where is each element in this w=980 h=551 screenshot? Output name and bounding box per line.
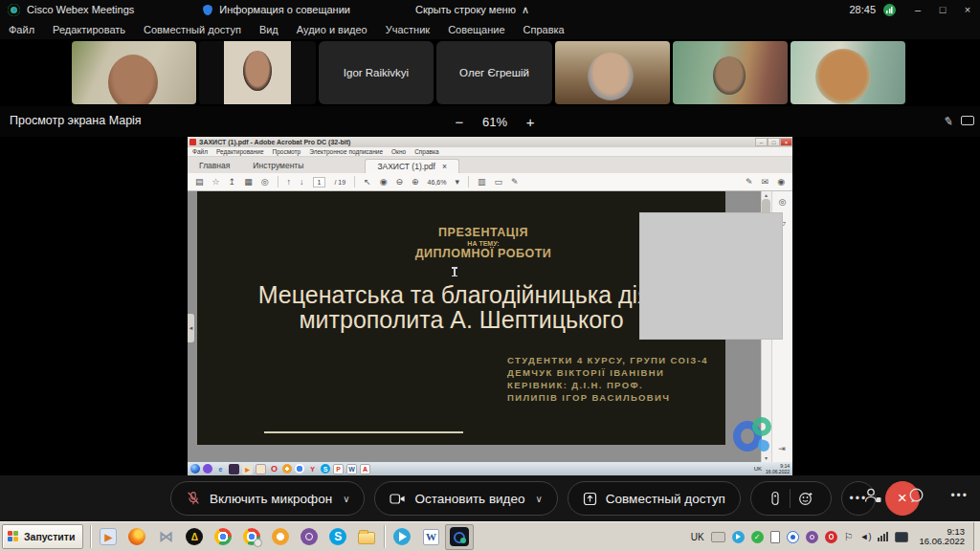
zoom-out-icon[interactable]: ⊖: [396, 177, 404, 187]
page-number-input[interactable]: 1: [313, 177, 326, 187]
taskbar-clock[interactable]: 9:13 16.06.2022: [919, 527, 965, 547]
keyboard-icon[interactable]: [711, 532, 725, 542]
acrobat-menu-esign[interactable]: Электронное подписание: [309, 148, 383, 155]
menu-help[interactable]: Справка: [523, 24, 565, 35]
tray-clipboard-icon[interactable]: [770, 531, 780, 543]
webex-taskbar-icon[interactable]: [445, 524, 474, 550]
menu-audio-video[interactable]: Аудио и видео: [297, 24, 368, 35]
signature-icon[interactable]: ✎: [746, 177, 753, 187]
menu-participant[interactable]: Участник: [386, 24, 430, 35]
acrobat-menu-window[interactable]: Окно: [391, 148, 406, 155]
marquee-zoom-icon[interactable]: ◎: [779, 197, 787, 207]
inner-clock[interactable]: 9:14 16.06.2022: [766, 463, 790, 474]
inner-skype-icon[interactable]: S: [321, 464, 330, 474]
firefox-icon[interactable]: [122, 524, 151, 550]
zoom-value[interactable]: 46,6%: [428, 179, 447, 186]
inner-opera-icon[interactable]: O: [269, 464, 279, 474]
telegram-icon[interactable]: [388, 524, 416, 550]
volume-icon[interactable]: ◄): [860, 532, 872, 541]
acrobat-minimize-button[interactable]: –: [755, 138, 768, 146]
word-icon[interactable]: W: [416, 524, 445, 550]
inner-language-indicator[interactable]: UK: [754, 466, 762, 472]
show-desktop-button[interactable]: [973, 522, 980, 551]
tab-home[interactable]: Главная: [188, 158, 241, 173]
participant-video-2[interactable]: [199, 41, 316, 104]
tray-display-icon[interactable]: [895, 532, 908, 542]
save-icon[interactable]: ▤: [195, 177, 204, 187]
acrobat-menu-view[interactable]: Просмотр: [273, 148, 301, 155]
tab-document[interactable]: ЗАХИСТ (1).pdf ×: [365, 159, 459, 173]
start-button[interactable]: Запустити: [2, 524, 83, 549]
inner-ie-icon[interactable]: e: [215, 464, 226, 474]
minimize-button[interactable]: –: [905, 0, 930, 19]
network-icon[interactable]: [878, 532, 888, 541]
connection-quality-icon[interactable]: [883, 4, 896, 16]
annotate-icon[interactable]: ✎: [943, 114, 954, 129]
hide-menu-toggle[interactable]: Скрыть строку меню ∧: [415, 4, 529, 16]
aimp-icon[interactable]: Δ: [180, 524, 209, 550]
tab-close-icon[interactable]: ×: [442, 162, 447, 171]
inner-word-icon[interactable]: W: [346, 464, 357, 474]
menu-share[interactable]: Совместный доступ: [144, 24, 241, 35]
acrobat-menu-file[interactable]: Файл: [192, 148, 208, 155]
inner-powerpoint-icon[interactable]: P: [333, 464, 344, 474]
acrobat-maximize-button[interactable]: □: [768, 138, 780, 146]
tray-eye-icon[interactable]: [787, 531, 799, 543]
stop-video-button[interactable]: Остановить видео ∨: [374, 481, 557, 516]
participant-video-1[interactable]: [72, 41, 196, 104]
acrobat-menu-edit[interactable]: Редактирование: [216, 148, 264, 155]
reactions-button[interactable]: [791, 491, 821, 506]
file-explorer-icon[interactable]: [352, 524, 381, 550]
media-player-icon[interactable]: ▶: [94, 524, 122, 550]
action-center-flag-icon[interactable]: ⚐: [844, 531, 854, 543]
nav-pane-toggle[interactable]: ◂: [188, 314, 194, 342]
participants-icon[interactable]: [863, 487, 882, 504]
chat-icon[interactable]: [907, 487, 925, 504]
search-icon[interactable]: ◎: [261, 177, 269, 187]
page-up-icon[interactable]: ↑: [287, 177, 292, 187]
print-icon[interactable]: ▦: [244, 177, 253, 187]
inner-chrome-icon[interactable]: [295, 464, 304, 474]
page-down-icon[interactable]: ↓: [300, 177, 304, 187]
record-button[interactable]: [761, 491, 790, 506]
tray-opera-icon[interactable]: [825, 531, 837, 543]
tray-telegram-icon[interactable]: [732, 531, 745, 543]
display-icon[interactable]: [961, 116, 974, 125]
upload-icon[interactable]: ↥: [229, 177, 236, 187]
jdownloader-icon[interactable]: [266, 524, 295, 550]
meeting-info-link[interactable]: Информация о совещании: [219, 4, 350, 15]
inner-app-icon[interactable]: [282, 464, 292, 474]
tray-viber-icon[interactable]: [806, 531, 818, 543]
menu-view[interactable]: Вид: [259, 24, 278, 35]
select-tool-icon[interactable]: ↖: [364, 177, 371, 187]
unmute-button[interactable]: Включить микрофон ∨: [170, 481, 365, 516]
pencil-icon[interactable]: ✎: [511, 177, 519, 187]
kmplayer-icon[interactable]: ⋈: [151, 524, 180, 550]
inner-app-icon[interactable]: [229, 464, 239, 474]
language-indicator[interactable]: UK: [691, 532, 704, 542]
participant-video-4[interactable]: [673, 41, 788, 104]
scroll-up-icon[interactable]: ▴: [761, 191, 771, 199]
more-panels-icon[interactable]: •••: [950, 489, 969, 502]
viber-icon[interactable]: [295, 524, 323, 550]
star-icon[interactable]: ☆: [212, 177, 220, 187]
page-display-icon[interactable]: ▥: [478, 177, 486, 187]
mail-icon[interactable]: ✉: [762, 177, 769, 187]
tray-antivirus-icon[interactable]: ✓: [751, 531, 764, 543]
hand-tool-icon[interactable]: ◉: [380, 177, 388, 187]
zoom-out-button[interactable]: −: [450, 112, 469, 131]
skype-icon[interactable]: S: [323, 524, 352, 550]
menu-file[interactable]: Файл: [9, 24, 34, 35]
acrobat-close-button[interactable]: ×: [780, 138, 792, 146]
inner-player-icon[interactable]: ▶: [242, 464, 253, 474]
inner-app-icon[interactable]: [203, 464, 212, 474]
tab-tools[interactable]: Инструменты: [241, 158, 315, 173]
acrobat-menu-help[interactable]: Справка: [414, 148, 439, 155]
zoom-caret-icon[interactable]: ▾: [455, 177, 459, 187]
participant-video-5[interactable]: [791, 41, 905, 104]
account-icon[interactable]: ◉: [777, 177, 785, 187]
inner-start-orb[interactable]: [190, 464, 200, 474]
mic-chevron-icon[interactable]: ∨: [343, 494, 349, 504]
participant-video-3[interactable]: [555, 41, 670, 104]
participant-tile-named-1[interactable]: Igor Raikivkyi: [319, 41, 434, 104]
